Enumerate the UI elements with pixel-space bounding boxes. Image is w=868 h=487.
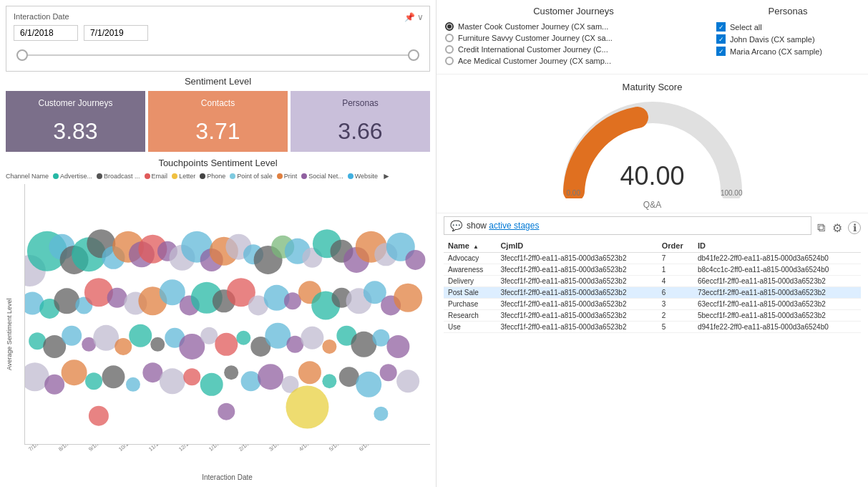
- journey-item-2[interactable]: Credit International Customer Journey (C…: [445, 45, 702, 54]
- kpi-card-personas: Personas 3.66: [291, 91, 430, 152]
- qa-settings-button[interactable]: ⚙: [831, 220, 844, 236]
- journey-radio-1[interactable]: [445, 34, 454, 42]
- qa-info-button[interactable]: ℹ: [848, 221, 861, 234]
- cell-cjmid-1: 3feccf1f-2ff0-ea11-a815-000d3a6523b2: [496, 264, 657, 276]
- qa-label: Q&A: [643, 200, 661, 210]
- table-row[interactable]: Delivery 3feccf1f-2ff0-ea11-a815-000d3a6…: [444, 276, 861, 287]
- date-start-input[interactable]: [14, 25, 78, 41]
- col-header-id[interactable]: ID: [693, 239, 861, 253]
- persona-item-0[interactable]: Select all: [716, 22, 859, 32]
- col-header-name[interactable]: Name ▲: [444, 239, 496, 253]
- date-slider[interactable]: [16, 48, 419, 62]
- svg-point-94: [218, 403, 235, 420]
- bubble-chart-wrapper: Average Sentiment Level 5 4 3 2 1 7/1/20…: [6, 184, 430, 481]
- x-tick-11: 6/1/2019: [358, 445, 396, 466]
- date-end-input[interactable]: [84, 25, 148, 41]
- cell-id-4: 63eccf1f-2ff0-ea11-a815-000d3a6523b2: [693, 299, 861, 310]
- gauge-value: 40.00: [620, 161, 684, 191]
- col-header-order[interactable]: Order: [658, 239, 693, 253]
- journey-radio-2[interactable]: [445, 45, 454, 54]
- legend-broadcast: Broadcast ...: [97, 173, 140, 180]
- date-filter-section: Interaction Date 📌 ∨: [6, 6, 430, 72]
- legend-label-print: Print: [284, 173, 298, 180]
- customer-journeys-section: Customer Journeys Master Cook Customer J…: [445, 6, 702, 68]
- svg-point-62: [215, 333, 238, 356]
- chart-area-container: 5 4 3 2 1 7/1/2018 8/1/2018 9/1/2018 10/…: [24, 184, 430, 481]
- legend-email: Email: [145, 173, 168, 180]
- cell-name-0: Advocacy: [444, 253, 496, 264]
- journey-radio-0[interactable]: [445, 22, 454, 31]
- svg-point-68: [322, 339, 336, 354]
- cell-id-6: d941fe22-2ff0-ea11-a815-000d3a6524b0: [693, 322, 861, 333]
- pin-icon[interactable]: 📌 ∨: [404, 12, 424, 22]
- legend-dot-pos: [230, 173, 235, 179]
- table-row[interactable]: Research 3feccf1f-2ff0-ea11-a815-000d3a6…: [444, 310, 861, 322]
- persona-item-2[interactable]: Maria Arcano (CX sample): [716, 47, 859, 56]
- legend-dot-advertise: [53, 173, 59, 179]
- cell-id-3: 73eccf1f-2ff0-ea11-a815-000d3a6523b2: [693, 287, 861, 299]
- cell-order-0: 7: [658, 253, 693, 264]
- table-row[interactable]: Advocacy 3feccf1f-2ff0-ea11-a815-000d3a6…: [444, 253, 861, 264]
- svg-point-82: [200, 373, 223, 396]
- legend-social: Social Net...: [301, 173, 343, 180]
- legend-dot-phone: [200, 173, 205, 179]
- svg-point-76: [85, 372, 102, 390]
- table-row[interactable]: Awareness 3feccf1f-2ff0-ea11-a815-000d3a…: [444, 264, 861, 276]
- svg-point-88: [322, 374, 336, 388]
- svg-point-92: [396, 370, 419, 392]
- kpi-value-journeys: 3.83: [53, 118, 97, 145]
- gauge-title: Maturity Score: [623, 82, 683, 92]
- kpi-label-personas: Personas: [342, 98, 379, 108]
- legend-letter: Letter: [172, 173, 195, 180]
- cell-cjmid-2: 3feccf1f-2ff0-ea11-a815-000d3a6523b2: [496, 276, 657, 287]
- qa-active-link[interactable]: active stages: [489, 221, 539, 231]
- table-row[interactable]: Post Sale 3feccf1f-2ff0-ea11-a815-000d3a…: [444, 287, 861, 299]
- col-header-cjmid[interactable]: CjmID: [496, 239, 657, 253]
- svg-point-43: [284, 292, 301, 309]
- top-filters: Customer Journeys Master Cook Customer J…: [437, 0, 868, 74]
- kpi-card-journeys: Customer Journeys 3.83: [6, 91, 145, 152]
- gauge-min: 0.00: [567, 189, 580, 197]
- journey-item-1[interactable]: Furniture Savvy Customer Journey (CX sa.…: [445, 34, 702, 42]
- table-row[interactable]: Purchase 3feccf1f-2ff0-ea11-a815-000d3a6…: [444, 299, 861, 310]
- journey-radio-3[interactable]: [445, 57, 454, 65]
- persona-item-1[interactable]: John Davis (CX sample): [716, 34, 859, 44]
- cell-order-6: 5: [658, 322, 693, 333]
- legend-advertise: Advertise...: [53, 173, 92, 180]
- touchpoints-title: Touchpoints Sentiment Level: [6, 158, 430, 168]
- date-inputs: [14, 25, 422, 41]
- journey-item-3[interactable]: Ace Medical Customer Journey (CX samp...: [445, 57, 702, 65]
- svg-point-27: [405, 250, 425, 270]
- persona-checkbox-0[interactable]: [716, 22, 726, 32]
- table-row[interactable]: Use 3feccf1f-2ff0-ea11-a815-000d3a6523b2…: [444, 322, 861, 333]
- persona-label-0: Select all: [730, 23, 762, 32]
- qa-share-button[interactable]: ⧉: [816, 220, 826, 236]
- cell-order-3: 6: [658, 287, 693, 299]
- persona-checkbox-2[interactable]: [716, 47, 726, 56]
- cell-order-4: 3: [658, 299, 693, 310]
- x-axis-label: Interaction Date: [24, 472, 430, 481]
- cell-cjmid-6: 3feccf1f-2ff0-ea11-a815-000d3a6523b2: [496, 322, 657, 333]
- journey-item-0[interactable]: Master Cook Customer Journey (CX sam...: [445, 22, 702, 31]
- cell-id-2: 66eccf1f-2ff0-ea11-a815-000d3a6523b2: [693, 276, 861, 287]
- svg-point-72: [386, 335, 409, 358]
- qa-input-row[interactable]: 💬 show active stages: [444, 216, 811, 235]
- cell-cjmid-5: 3feccf1f-2ff0-ea11-a815-000d3a6523b2: [496, 310, 657, 322]
- slider-thumb-left[interactable]: [16, 49, 28, 61]
- legend-dot-website: [348, 173, 353, 179]
- persona-checkbox-1[interactable]: [716, 34, 726, 44]
- gauge-section: Maturity Score 40.00 0.00 100.00 Q&A: [437, 74, 868, 210]
- journey-label-2: Credit International Customer Journey (C…: [458, 45, 608, 54]
- legend-more-arrow[interactable]: ►: [382, 171, 391, 181]
- cell-id-0: db41fe22-2ff0-ea11-a815-000d3a6524b0: [693, 253, 861, 264]
- svg-point-71: [372, 329, 389, 347]
- legend-dot-broadcast: [97, 173, 102, 179]
- legend-label-phone: Phone: [207, 173, 225, 180]
- svg-point-77: [102, 365, 125, 388]
- legend-dot-email: [145, 173, 150, 179]
- svg-point-87: [298, 361, 321, 384]
- svg-point-63: [236, 331, 250, 345]
- slider-thumb-right[interactable]: [408, 49, 419, 61]
- table-container: Name ▲ CjmID Order ID Advocacy 3feccf1f-…: [444, 239, 861, 484]
- journey-label-1: Furniture Savvy Customer Journey (CX sa.…: [458, 34, 613, 42]
